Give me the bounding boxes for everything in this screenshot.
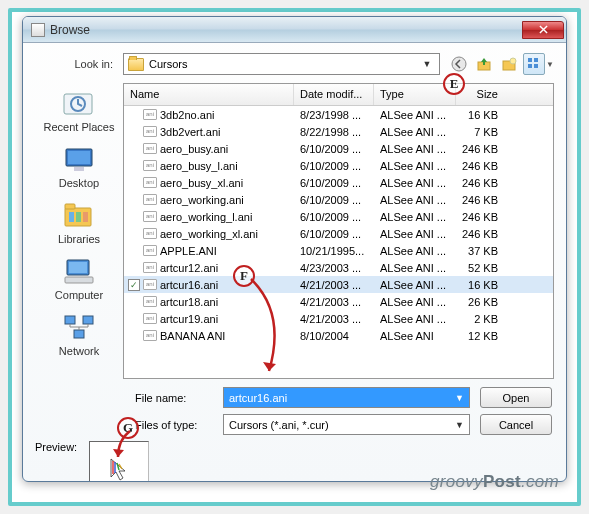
file-row[interactable]: ✓aniaero_busy_xl.ani6/10/2009 ...ALSee A… <box>124 174 553 191</box>
folder-icon <box>128 58 144 71</box>
place-network[interactable]: Network <box>39 309 119 359</box>
close-button[interactable] <box>522 21 564 39</box>
up-one-level-button[interactable] <box>473 53 495 75</box>
file-name: APPLE.ANI <box>160 245 217 257</box>
close-icon <box>539 25 548 34</box>
back-button[interactable] <box>448 53 470 75</box>
svg-rect-6 <box>528 64 532 68</box>
places-bar: Recent Places Desktop Libraries Computer… <box>35 83 123 379</box>
file-date: 6/10/2009 ... <box>294 160 374 172</box>
file-type: ALSee ANI ... <box>374 126 456 138</box>
svg-rect-5 <box>534 58 538 62</box>
place-label: Network <box>59 345 99 357</box>
file-row[interactable]: ✓aniaero_working_xl.ani6/10/2009 ...ALSe… <box>124 225 553 242</box>
file-size: 246 KB <box>456 177 512 189</box>
file-type: ALSee ANI ... <box>374 211 456 223</box>
chevron-down-icon: ▼ <box>455 393 464 403</box>
svg-rect-14 <box>65 204 75 209</box>
file-icon: ani <box>143 330 157 341</box>
new-folder-icon <box>501 56 517 72</box>
file-icon: ani <box>143 245 157 256</box>
file-row[interactable]: ✓aniartcur16.ani4/21/2003 ...ALSee ANI .… <box>124 276 553 293</box>
filename-input[interactable]: artcur16.ani ▼ <box>223 387 470 408</box>
file-name: aero_working_xl.ani <box>160 228 258 240</box>
svg-rect-12 <box>74 167 84 171</box>
file-row[interactable]: ✓ani3db2no.ani8/23/1998 ...ALSee ANI ...… <box>124 106 553 123</box>
file-list[interactable]: ✓ani3db2no.ani8/23/1998 ...ALSee ANI ...… <box>124 106 553 378</box>
file-size: 246 KB <box>456 194 512 206</box>
file-size: 12 KB <box>456 330 512 342</box>
file-type: ALSee ANI ... <box>374 143 456 155</box>
file-type: ALSee ANI ... <box>374 160 456 172</box>
file-name: artcur18.ani <box>160 296 218 308</box>
column-headers: Name Date modif... Type Size <box>124 84 553 106</box>
file-type: ALSee ANI ... <box>374 109 456 121</box>
window-title: Browse <box>50 23 522 37</box>
filetype-combo[interactable]: Cursors (*.ani, *.cur) ▼ <box>223 414 470 435</box>
file-type: ALSee ANI ... <box>374 262 456 274</box>
window-icon <box>31 23 45 37</box>
filetype-value: Cursors (*.ani, *.cur) <box>229 419 329 431</box>
file-row[interactable]: ✓aniartcur19.ani4/21/2003 ...ALSee ANI .… <box>124 310 553 327</box>
checkbox-icon: ✓ <box>128 279 140 291</box>
file-icon: ani <box>143 262 157 273</box>
svg-rect-23 <box>74 330 84 338</box>
col-size[interactable]: Size <box>456 84 512 105</box>
col-type[interactable]: Type <box>374 84 456 105</box>
file-row[interactable]: ✓aniBANANA ANI8/10/2004ALSee ANI12 KB <box>124 327 553 344</box>
file-name: aero_busy.ani <box>160 143 228 155</box>
file-row[interactable]: ✓ani3db2vert.ani8/22/1998 ...ALSee ANI .… <box>124 123 553 140</box>
file-row[interactable]: ✓aniaero_busy_l.ani6/10/2009 ...ALSee AN… <box>124 157 553 174</box>
file-name: artcur12.ani <box>160 262 218 274</box>
place-recent[interactable]: Recent Places <box>39 85 119 135</box>
svg-point-0 <box>452 57 466 71</box>
file-row[interactable]: ✓aniaero_working.ani6/10/2009 ...ALSee A… <box>124 191 553 208</box>
file-name: aero_busy_xl.ani <box>160 177 243 189</box>
desktop-icon <box>60 143 98 175</box>
file-date: 6/10/2009 ... <box>294 194 374 206</box>
filename-label: File name: <box>35 392 223 404</box>
file-icon: ani <box>143 177 157 188</box>
file-row[interactable]: ✓aniartcur18.ani4/21/2003 ...ALSee ANI .… <box>124 293 553 310</box>
file-size: 246 KB <box>456 211 512 223</box>
file-date: 8/10/2004 <box>294 330 374 342</box>
open-button[interactable]: Open <box>480 387 552 408</box>
file-icon: ani <box>143 194 157 205</box>
preview-box <box>89 441 149 482</box>
file-row[interactable]: ✓aniartcur12.ani4/23/2003 ...ALSee ANI .… <box>124 259 553 276</box>
svg-rect-22 <box>83 316 93 324</box>
file-size: 246 KB <box>456 228 512 240</box>
file-name: artcur19.ani <box>160 313 218 325</box>
file-date: 4/23/2003 ... <box>294 262 374 274</box>
file-icon: ani <box>143 279 157 290</box>
svg-rect-21 <box>65 316 75 324</box>
lookin-combo[interactable]: Cursors ▼ <box>123 53 440 75</box>
place-desktop[interactable]: Desktop <box>39 141 119 191</box>
back-arrow-icon <box>451 56 467 72</box>
view-menu-dropdown-icon[interactable]: ▼ <box>546 60 554 69</box>
file-date: 4/21/2003 ... <box>294 296 374 308</box>
computer-icon <box>60 255 98 287</box>
place-libraries[interactable]: Libraries <box>39 197 119 247</box>
file-icon: ani <box>143 211 157 222</box>
view-menu-button[interactable] <box>523 53 545 75</box>
view-grid-icon <box>527 57 541 71</box>
place-label: Desktop <box>59 177 99 189</box>
col-name[interactable]: Name <box>124 84 294 105</box>
svg-rect-7 <box>534 64 538 68</box>
file-icon: ani <box>143 160 157 171</box>
file-row[interactable]: ✓aniaero_busy.ani6/10/2009 ...ALSee ANI … <box>124 140 553 157</box>
new-folder-button[interactable] <box>498 53 520 75</box>
svg-point-3 <box>510 58 516 64</box>
file-size: 246 KB <box>456 143 512 155</box>
file-row[interactable]: ✓aniaero_working_l.ani6/10/2009 ...ALSee… <box>124 208 553 225</box>
place-computer[interactable]: Computer <box>39 253 119 303</box>
file-row[interactable]: ✓aniAPPLE.ANI10/21/1995...ALSee ANI ...3… <box>124 242 553 259</box>
file-size: 7 KB <box>456 126 512 138</box>
watermark: groovyPost.com <box>430 472 559 492</box>
col-date[interactable]: Date modif... <box>294 84 374 105</box>
file-size: 246 KB <box>456 160 512 172</box>
cancel-button[interactable]: Cancel <box>480 414 552 435</box>
file-icon: ani <box>143 296 157 307</box>
file-icon: ani <box>143 228 157 239</box>
